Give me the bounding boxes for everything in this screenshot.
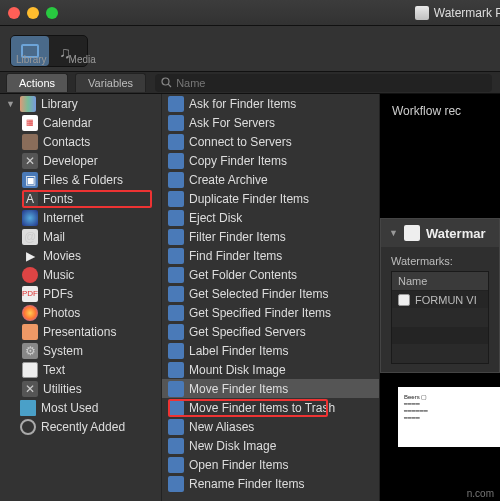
action-item-move-finder-items[interactable]: Move Finder Items [162, 379, 379, 398]
finder-icon [168, 267, 184, 283]
finder-icon [168, 362, 184, 378]
actions-list: Ask for Finder Items Ask For Servers Con… [162, 94, 380, 501]
finder-icon [168, 400, 184, 416]
contacts-icon [22, 134, 38, 150]
watermarks-table: Name FORMUN VI [391, 271, 489, 364]
finder-icon [168, 305, 184, 321]
action-item[interactable]: Rename Finder Items [162, 474, 379, 493]
action-item[interactable]: Get Specified Servers [162, 322, 379, 341]
finder-icon [168, 381, 184, 397]
maximize-icon[interactable] [46, 7, 58, 19]
system-icon: ⚙ [22, 343, 38, 359]
svg-line-1 [168, 84, 171, 87]
sidebar-item-music[interactable]: Music [0, 265, 161, 284]
movies-icon: ▶ [22, 248, 38, 264]
finder-icon [168, 324, 184, 340]
finder-icon [168, 286, 184, 302]
action-item[interactable]: Get Selected Finder Items [162, 284, 379, 303]
library-root[interactable]: ▼ Library [0, 94, 161, 113]
action-item[interactable]: New Aliases [162, 417, 379, 436]
finder-icon [168, 134, 184, 150]
sidebar-item-presentations[interactable]: Presentations [0, 322, 161, 341]
pdfs-icon: PDF [22, 286, 38, 302]
action-item[interactable]: Get Folder Contents [162, 265, 379, 284]
action-item[interactable]: Ask For Servers [162, 113, 379, 132]
sidebar-most-used[interactable]: Most Used [0, 398, 161, 417]
svg-point-0 [162, 78, 169, 85]
sidebar-item-developer[interactable]: ✕Developer [0, 151, 161, 170]
finder-icon [168, 172, 184, 188]
titlebar: Watermark PD [0, 0, 500, 26]
presentations-icon [22, 324, 38, 340]
source-url: n.com [467, 488, 494, 499]
sidebar-item-system[interactable]: ⚙System [0, 341, 161, 360]
photos-icon [22, 305, 38, 321]
sidebar-item-text[interactable]: Text [0, 360, 161, 379]
action-item[interactable]: Copy Finder Items [162, 151, 379, 170]
sidebar-item-photos[interactable]: Photos [0, 303, 161, 322]
sidebar-item-contacts[interactable]: Contacts [0, 132, 161, 151]
tab-variables[interactable]: Variables [75, 73, 146, 92]
action-item[interactable]: Open Finder Items [162, 455, 379, 474]
finder-icon [168, 96, 184, 112]
finder-icon [168, 229, 184, 245]
watermarks-label: Watermarks: [391, 255, 489, 267]
sidebar-item-mail[interactable]: @Mail [0, 227, 161, 246]
sidebar-item-fonts[interactable]: AFonts [0, 189, 161, 208]
action-item[interactable]: New Disk Image [162, 436, 379, 455]
sidebar-item-internet[interactable]: Internet [0, 208, 161, 227]
finder-icon [168, 419, 184, 435]
developer-icon: ✕ [22, 153, 38, 169]
table-row [392, 345, 488, 363]
sidebar-item-files-folders[interactable]: ▣Files & Folders [0, 170, 161, 189]
action-item[interactable]: Move Finder Items to Trash [162, 398, 379, 417]
watermark-panel: ▼ Watermar Watermarks: Name FORMUN VI [380, 218, 500, 373]
file-icon [398, 294, 410, 306]
sidebar-item-calendar[interactable]: ▦Calendar [0, 113, 161, 132]
sidebar-item-movies[interactable]: ▶Movies [0, 246, 161, 265]
pdf-icon [404, 225, 420, 241]
calendar-icon: ▦ [22, 115, 38, 131]
table-header-name[interactable]: Name [392, 272, 488, 291]
fonts-icon: A [22, 191, 38, 207]
finder-icon [168, 210, 184, 226]
tab-actions[interactable]: Actions [6, 73, 68, 92]
sidebar-item-utilities[interactable]: ✕Utilities [0, 379, 161, 398]
panel-title: Watermar [426, 226, 485, 241]
action-item[interactable]: Find Finder Items [162, 246, 379, 265]
table-row [392, 309, 488, 327]
action-item[interactable]: Eject Disk [162, 208, 379, 227]
tabbar: Actions Variables Name [0, 72, 500, 94]
files-folders-icon: ▣ [22, 172, 38, 188]
search-input[interactable]: Name [155, 74, 492, 92]
toolbar [0, 26, 500, 72]
finder-icon [168, 248, 184, 264]
action-item[interactable]: Filter Finder Items [162, 227, 379, 246]
workflow-header: Workflow rec [380, 94, 500, 128]
close-icon[interactable] [8, 7, 20, 19]
action-item[interactable]: Ask for Finder Items [162, 94, 379, 113]
folder-icon [20, 400, 36, 416]
table-row[interactable]: FORMUN VI [392, 291, 488, 309]
finder-icon [168, 476, 184, 492]
minimize-icon[interactable] [27, 7, 39, 19]
media-label: Media [69, 54, 96, 65]
action-item[interactable]: Mount Disk Image [162, 360, 379, 379]
library-icon [20, 96, 36, 112]
action-item[interactable]: Duplicate Finder Items [162, 189, 379, 208]
sidebar-item-pdfs[interactable]: PDFPDFs [0, 284, 161, 303]
finder-icon [168, 438, 184, 454]
action-item[interactable]: Label Finder Items [162, 341, 379, 360]
action-item[interactable]: Create Archive [162, 170, 379, 189]
action-item[interactable]: Connect to Servers [162, 132, 379, 151]
library-label: Library [16, 54, 47, 65]
utilities-icon: ✕ [22, 381, 38, 397]
search-placeholder: Name [176, 77, 205, 89]
search-icon [161, 77, 172, 88]
finder-icon [168, 191, 184, 207]
sidebar-recently-added[interactable]: Recently Added [0, 417, 161, 436]
library-sidebar: ▼ Library ▦Calendar Contacts ✕Developer … [0, 94, 162, 501]
finder-icon [168, 343, 184, 359]
finder-icon [168, 457, 184, 473]
action-item[interactable]: Get Specified Finder Items [162, 303, 379, 322]
